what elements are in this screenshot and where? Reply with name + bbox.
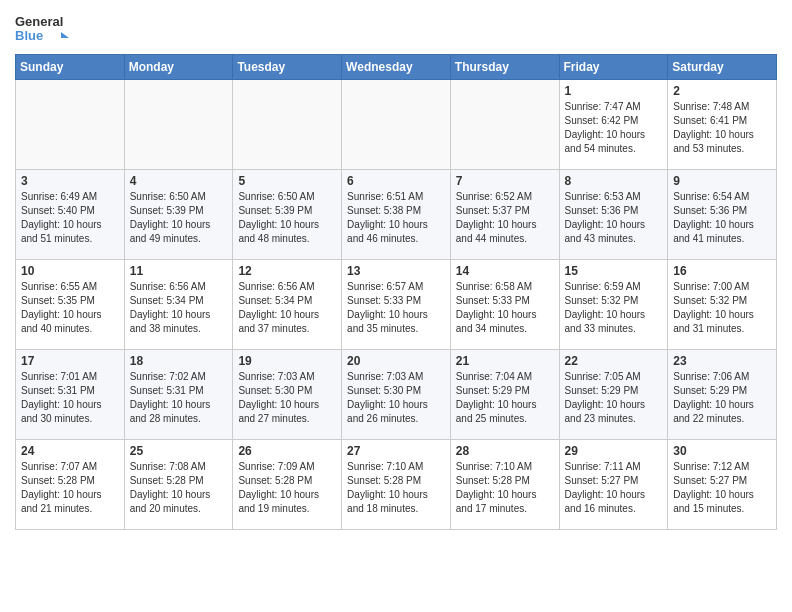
day-number: 8 (565, 174, 663, 188)
col-header-saturday: Saturday (668, 55, 777, 80)
day-info: Sunrise: 6:58 AM Sunset: 5:33 PM Dayligh… (456, 280, 554, 336)
day-cell: 3Sunrise: 6:49 AM Sunset: 5:40 PM Daylig… (16, 170, 125, 260)
logo: GeneralBlue (15, 10, 75, 46)
day-cell: 22Sunrise: 7:05 AM Sunset: 5:29 PM Dayli… (559, 350, 668, 440)
col-header-wednesday: Wednesday (342, 55, 451, 80)
day-cell: 29Sunrise: 7:11 AM Sunset: 5:27 PM Dayli… (559, 440, 668, 530)
header: GeneralBlue (15, 10, 777, 46)
day-info: Sunrise: 6:59 AM Sunset: 5:32 PM Dayligh… (565, 280, 663, 336)
day-info: Sunrise: 7:00 AM Sunset: 5:32 PM Dayligh… (673, 280, 771, 336)
day-number: 12 (238, 264, 336, 278)
day-number: 25 (130, 444, 228, 458)
day-cell: 30Sunrise: 7:12 AM Sunset: 5:27 PM Dayli… (668, 440, 777, 530)
day-number: 30 (673, 444, 771, 458)
day-number: 5 (238, 174, 336, 188)
col-header-friday: Friday (559, 55, 668, 80)
day-number: 2 (673, 84, 771, 98)
day-info: Sunrise: 6:57 AM Sunset: 5:33 PM Dayligh… (347, 280, 445, 336)
day-info: Sunrise: 7:02 AM Sunset: 5:31 PM Dayligh… (130, 370, 228, 426)
day-info: Sunrise: 6:50 AM Sunset: 5:39 PM Dayligh… (130, 190, 228, 246)
day-number: 6 (347, 174, 445, 188)
day-number: 22 (565, 354, 663, 368)
day-number: 17 (21, 354, 119, 368)
day-info: Sunrise: 7:10 AM Sunset: 5:28 PM Dayligh… (456, 460, 554, 516)
day-number: 13 (347, 264, 445, 278)
day-info: Sunrise: 7:07 AM Sunset: 5:28 PM Dayligh… (21, 460, 119, 516)
week-row-3: 10Sunrise: 6:55 AM Sunset: 5:35 PM Dayli… (16, 260, 777, 350)
day-cell: 20Sunrise: 7:03 AM Sunset: 5:30 PM Dayli… (342, 350, 451, 440)
week-row-4: 17Sunrise: 7:01 AM Sunset: 5:31 PM Dayli… (16, 350, 777, 440)
day-number: 9 (673, 174, 771, 188)
day-cell: 21Sunrise: 7:04 AM Sunset: 5:29 PM Dayli… (450, 350, 559, 440)
day-cell: 28Sunrise: 7:10 AM Sunset: 5:28 PM Dayli… (450, 440, 559, 530)
day-cell: 1Sunrise: 7:47 AM Sunset: 6:42 PM Daylig… (559, 80, 668, 170)
day-cell (233, 80, 342, 170)
day-cell: 5Sunrise: 6:50 AM Sunset: 5:39 PM Daylig… (233, 170, 342, 260)
day-info: Sunrise: 7:01 AM Sunset: 5:31 PM Dayligh… (21, 370, 119, 426)
day-info: Sunrise: 7:08 AM Sunset: 5:28 PM Dayligh… (130, 460, 228, 516)
day-info: Sunrise: 7:48 AM Sunset: 6:41 PM Dayligh… (673, 100, 771, 156)
day-info: Sunrise: 6:55 AM Sunset: 5:35 PM Dayligh… (21, 280, 119, 336)
day-cell: 9Sunrise: 6:54 AM Sunset: 5:36 PM Daylig… (668, 170, 777, 260)
day-cell: 10Sunrise: 6:55 AM Sunset: 5:35 PM Dayli… (16, 260, 125, 350)
day-cell: 25Sunrise: 7:08 AM Sunset: 5:28 PM Dayli… (124, 440, 233, 530)
day-info: Sunrise: 7:04 AM Sunset: 5:29 PM Dayligh… (456, 370, 554, 426)
day-info: Sunrise: 6:49 AM Sunset: 5:40 PM Dayligh… (21, 190, 119, 246)
day-info: Sunrise: 7:09 AM Sunset: 5:28 PM Dayligh… (238, 460, 336, 516)
day-cell: 26Sunrise: 7:09 AM Sunset: 5:28 PM Dayli… (233, 440, 342, 530)
day-number: 16 (673, 264, 771, 278)
col-header-sunday: Sunday (16, 55, 125, 80)
day-cell: 11Sunrise: 6:56 AM Sunset: 5:34 PM Dayli… (124, 260, 233, 350)
day-info: Sunrise: 7:10 AM Sunset: 5:28 PM Dayligh… (347, 460, 445, 516)
day-cell (16, 80, 125, 170)
day-number: 27 (347, 444, 445, 458)
day-number: 29 (565, 444, 663, 458)
day-cell: 17Sunrise: 7:01 AM Sunset: 5:31 PM Dayli… (16, 350, 125, 440)
week-row-1: 1Sunrise: 7:47 AM Sunset: 6:42 PM Daylig… (16, 80, 777, 170)
svg-text:Blue: Blue (15, 28, 43, 43)
page-container: GeneralBlue SundayMondayTuesdayWednesday… (0, 0, 792, 540)
day-cell: 18Sunrise: 7:02 AM Sunset: 5:31 PM Dayli… (124, 350, 233, 440)
day-number: 11 (130, 264, 228, 278)
day-cell (342, 80, 451, 170)
day-number: 26 (238, 444, 336, 458)
day-cell: 13Sunrise: 6:57 AM Sunset: 5:33 PM Dayli… (342, 260, 451, 350)
day-cell: 2Sunrise: 7:48 AM Sunset: 6:41 PM Daylig… (668, 80, 777, 170)
day-info: Sunrise: 6:52 AM Sunset: 5:37 PM Dayligh… (456, 190, 554, 246)
day-info: Sunrise: 6:54 AM Sunset: 5:36 PM Dayligh… (673, 190, 771, 246)
day-info: Sunrise: 7:12 AM Sunset: 5:27 PM Dayligh… (673, 460, 771, 516)
day-info: Sunrise: 7:47 AM Sunset: 6:42 PM Dayligh… (565, 100, 663, 156)
day-number: 19 (238, 354, 336, 368)
col-header-tuesday: Tuesday (233, 55, 342, 80)
day-cell: 27Sunrise: 7:10 AM Sunset: 5:28 PM Dayli… (342, 440, 451, 530)
day-cell: 7Sunrise: 6:52 AM Sunset: 5:37 PM Daylig… (450, 170, 559, 260)
day-cell: 8Sunrise: 6:53 AM Sunset: 5:36 PM Daylig… (559, 170, 668, 260)
day-info: Sunrise: 7:11 AM Sunset: 5:27 PM Dayligh… (565, 460, 663, 516)
day-cell: 16Sunrise: 7:00 AM Sunset: 5:32 PM Dayli… (668, 260, 777, 350)
svg-marker-2 (61, 32, 69, 38)
day-cell: 14Sunrise: 6:58 AM Sunset: 5:33 PM Dayli… (450, 260, 559, 350)
day-info: Sunrise: 6:56 AM Sunset: 5:34 PM Dayligh… (130, 280, 228, 336)
logo-svg: GeneralBlue (15, 10, 75, 46)
day-number: 18 (130, 354, 228, 368)
day-cell: 6Sunrise: 6:51 AM Sunset: 5:38 PM Daylig… (342, 170, 451, 260)
day-number: 3 (21, 174, 119, 188)
day-number: 21 (456, 354, 554, 368)
day-info: Sunrise: 7:03 AM Sunset: 5:30 PM Dayligh… (238, 370, 336, 426)
col-header-thursday: Thursday (450, 55, 559, 80)
day-info: Sunrise: 6:56 AM Sunset: 5:34 PM Dayligh… (238, 280, 336, 336)
week-row-5: 24Sunrise: 7:07 AM Sunset: 5:28 PM Dayli… (16, 440, 777, 530)
day-info: Sunrise: 6:53 AM Sunset: 5:36 PM Dayligh… (565, 190, 663, 246)
svg-text:General: General (15, 14, 63, 29)
day-number: 23 (673, 354, 771, 368)
col-header-monday: Monday (124, 55, 233, 80)
day-cell: 12Sunrise: 6:56 AM Sunset: 5:34 PM Dayli… (233, 260, 342, 350)
day-cell (124, 80, 233, 170)
day-number: 10 (21, 264, 119, 278)
calendar-table: SundayMondayTuesdayWednesdayThursdayFrid… (15, 54, 777, 530)
day-info: Sunrise: 7:06 AM Sunset: 5:29 PM Dayligh… (673, 370, 771, 426)
day-info: Sunrise: 6:50 AM Sunset: 5:39 PM Dayligh… (238, 190, 336, 246)
day-cell: 23Sunrise: 7:06 AM Sunset: 5:29 PM Dayli… (668, 350, 777, 440)
header-row: SundayMondayTuesdayWednesdayThursdayFrid… (16, 55, 777, 80)
day-number: 20 (347, 354, 445, 368)
